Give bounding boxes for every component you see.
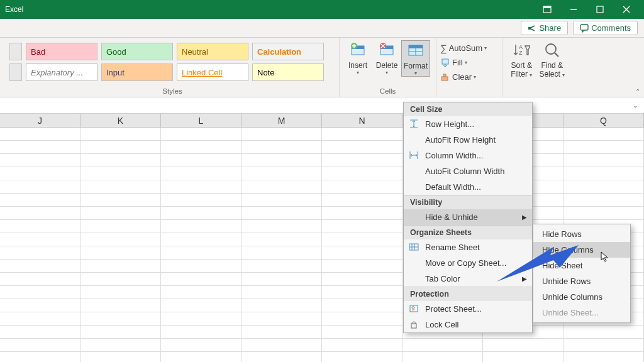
grid-cell[interactable] xyxy=(0,128,80,140)
grid-cell[interactable] xyxy=(80,128,161,140)
grid-cell[interactable] xyxy=(161,194,242,206)
grid-cell[interactable] xyxy=(0,194,80,206)
grid-cell[interactable] xyxy=(322,207,402,219)
grid-cell[interactable] xyxy=(80,180,161,193)
col-header[interactable]: Q xyxy=(564,114,644,127)
grid-cell[interactable] xyxy=(80,286,161,299)
style-blank-2[interactable] xyxy=(9,63,22,81)
grid-cell[interactable] xyxy=(80,194,161,206)
grid-cell[interactable] xyxy=(242,220,322,233)
menu-tab-color[interactable]: Tab Color ▶ xyxy=(404,271,532,287)
grid-cell[interactable] xyxy=(322,260,402,272)
grid-cell[interactable] xyxy=(322,326,402,338)
grid-cell[interactable] xyxy=(564,141,644,153)
grid-cell[interactable] xyxy=(0,260,80,272)
grid-cell[interactable] xyxy=(80,233,161,246)
menu-col-width[interactable]: Column Width... xyxy=(404,148,532,163)
grid-cell[interactable] xyxy=(80,352,161,362)
grid-cell[interactable] xyxy=(0,154,80,167)
maximize-icon[interactable] xyxy=(587,2,613,17)
formula-bar[interactable]: ⌄ xyxy=(0,97,644,114)
close-icon[interactable] xyxy=(614,2,639,17)
grid-cell[interactable] xyxy=(161,154,242,167)
grid-cell[interactable] xyxy=(161,207,242,219)
expand-formula-bar-icon[interactable]: ⌄ xyxy=(633,102,638,109)
submenu-hide-sheet[interactable]: Hide Sheet xyxy=(533,258,630,273)
grid-cell[interactable] xyxy=(161,286,242,299)
grid-cell[interactable] xyxy=(402,352,483,362)
grid-cell[interactable] xyxy=(564,339,644,351)
grid-cell[interactable] xyxy=(0,220,80,233)
grid-cell[interactable] xyxy=(161,180,242,193)
style-blank-1[interactable] xyxy=(9,43,22,60)
grid-cell[interactable] xyxy=(161,339,242,351)
grid-cell[interactable] xyxy=(242,233,322,246)
insert-button[interactable]: Insert ▾ xyxy=(343,40,372,75)
grid-cell[interactable] xyxy=(80,154,161,167)
grid-cell[interactable] xyxy=(242,128,322,140)
menu-autofit-col[interactable]: AutoFit Column Width xyxy=(404,163,532,179)
grid-cell[interactable] xyxy=(242,286,322,299)
grid-cell[interactable] xyxy=(242,273,322,285)
grid-cell[interactable] xyxy=(322,246,402,259)
grid-cell[interactable] xyxy=(161,260,242,272)
grid-cell[interactable] xyxy=(80,220,161,233)
grid-cell[interactable] xyxy=(80,167,161,180)
grid-cell[interactable] xyxy=(161,220,242,233)
menu-protect-sheet[interactable]: Protect Sheet... xyxy=(404,301,532,317)
grid-cell[interactable] xyxy=(322,128,402,140)
style-note[interactable]: Note xyxy=(252,63,324,81)
fill-button[interactable]: Fill▾ xyxy=(440,56,498,69)
grid-cell[interactable] xyxy=(0,207,80,219)
grid-cell[interactable] xyxy=(322,273,402,285)
style-good[interactable]: Good xyxy=(101,43,173,60)
grid-cell[interactable] xyxy=(0,299,80,312)
grid-cell[interactable] xyxy=(242,246,322,259)
grid-cell[interactable] xyxy=(322,312,402,325)
col-header[interactable]: J xyxy=(0,114,80,127)
share-button[interactable]: Share xyxy=(521,21,568,35)
grid-cell[interactable] xyxy=(564,167,644,180)
grid-cell[interactable] xyxy=(80,141,161,153)
grid-cell[interactable] xyxy=(564,352,644,362)
grid-cell[interactable] xyxy=(322,233,402,246)
grid-cell[interactable] xyxy=(564,180,644,193)
grid-cell[interactable] xyxy=(161,233,242,246)
grid-cell[interactable] xyxy=(242,299,322,312)
grid-cell[interactable] xyxy=(322,167,402,180)
grid-cell[interactable] xyxy=(80,273,161,285)
grid-cell[interactable] xyxy=(242,207,322,219)
menu-lock-cell[interactable]: Lock Cell xyxy=(404,317,532,332)
minimize-icon[interactable] xyxy=(561,2,586,17)
grid-cell[interactable] xyxy=(80,299,161,312)
grid-cell[interactable] xyxy=(242,167,322,180)
grid-cell[interactable] xyxy=(161,141,242,153)
grid-cell[interactable] xyxy=(161,326,242,338)
grid-cell[interactable] xyxy=(161,167,242,180)
submenu-unhide-columns[interactable]: Unhide Columns xyxy=(533,289,630,305)
menu-default-width[interactable]: Default Width... xyxy=(404,179,532,195)
menu-rename-sheet[interactable]: Rename Sheet xyxy=(404,239,532,255)
grid-cell[interactable] xyxy=(242,141,322,153)
col-header[interactable]: K xyxy=(80,114,161,127)
grid-cell[interactable] xyxy=(322,352,402,362)
grid-cell[interactable] xyxy=(0,339,80,351)
grid-cell[interactable] xyxy=(0,286,80,299)
grid-cell[interactable] xyxy=(161,299,242,312)
grid-cell[interactable] xyxy=(242,326,322,338)
grid-cell[interactable] xyxy=(80,312,161,325)
submenu-hide-rows[interactable]: Hide Rows xyxy=(533,226,630,242)
grid-cell[interactable] xyxy=(322,154,402,167)
menu-move-copy[interactable]: Move or Copy Sheet... xyxy=(404,255,532,271)
grid-cell[interactable] xyxy=(161,128,242,140)
grid-cell[interactable] xyxy=(80,246,161,259)
grid-cell[interactable] xyxy=(242,260,322,272)
style-linked-cell[interactable]: Linked Cell xyxy=(177,63,248,81)
submenu-unhide-rows[interactable]: Unhide Rows xyxy=(533,273,630,289)
grid-cell[interactable] xyxy=(161,246,242,259)
grid-cell[interactable] xyxy=(161,352,242,362)
grid-cell[interactable] xyxy=(0,167,80,180)
grid-cell[interactable] xyxy=(161,312,242,325)
grid-cell[interactable] xyxy=(0,273,80,285)
menu-row-height[interactable]: Row Height... xyxy=(404,116,532,132)
